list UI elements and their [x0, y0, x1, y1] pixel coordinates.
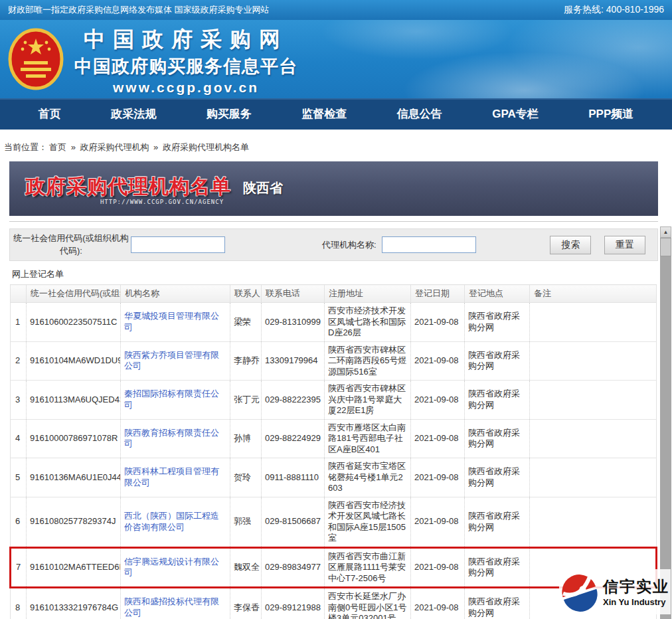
breadcrumb-current: 政府采购代理机构名单 — [163, 142, 249, 152]
cell-credit-code: 91610000786971078R — [27, 419, 121, 458]
table-row: 5 91610136MA6U1E0J44 陕西科林工程项目管理有限公司 贺玲 0… — [11, 458, 657, 497]
list-section-title: 网上登记名单 — [9, 261, 658, 284]
cell-reg-date: 2021-09-08 — [411, 381, 465, 420]
breadcrumb-home[interactable]: 首页 — [49, 142, 66, 152]
national-emblem-icon — [8, 27, 64, 94]
cell-contact: 张丁元 — [230, 381, 262, 420]
col-reg-place: 登记地点 — [465, 285, 530, 303]
site-title-block: 中国政府采购网 中国政府购买服务信息平台 www.ccgp.gov.cn — [74, 25, 297, 96]
agency-name-link[interactable]: 陕西和盛招投标代理有限公司 — [124, 596, 219, 618]
cell-address: 陕西省西安市碑林区二环南路西段65号煜源国际516室 — [325, 341, 411, 381]
cell-reg-place: 陕西省政府采购分网 — [465, 419, 530, 458]
search-panel: 统一社会信用代码(或组织机构代码): 代理机构名称: 搜索 重置 — [9, 228, 658, 261]
agency-name-link[interactable]: 华夏城投项目管理有限公司 — [124, 311, 219, 332]
cell-address: 西安市经济技术开发区凤城七路长和国际D座26层 — [325, 303, 411, 342]
row-number: 1 — [11, 303, 27, 342]
agency-name-link[interactable]: 信宇腾远规划设计有限公司 — [124, 557, 219, 578]
cell-contact: 李保香 — [230, 588, 262, 619]
cell-address: 陕西省延安市宝塔区铭磬苑4号楼1单元2603 — [325, 458, 411, 497]
table-row: 6 91610802577829374J 西北（陕西）国际工程造价咨询有限公司 … — [11, 497, 657, 547]
cell-phone: 029-89121988 — [262, 588, 325, 619]
cell-phone: 029-88222395 — [262, 381, 325, 420]
cell-contact: 孙博 — [230, 419, 262, 458]
nav-item-ppp[interactable]: PPP频道 — [588, 106, 633, 122]
credit-code-input[interactable] — [131, 236, 225, 253]
cell-reg-date: 2021-09-08 — [411, 497, 465, 547]
content-area: 统一社会信用代码(或组织机构代码): 代理机构名称: 搜索 重置 网上登记名单 … — [9, 221, 658, 619]
cell-reg-place: 陕西省政府采购分网 — [465, 497, 530, 547]
agency-name-link[interactable]: 陕西科林工程项目管理有限公司 — [124, 466, 219, 487]
cell-reg-place: 陕西省政府采购分网 — [465, 341, 530, 381]
col-reg-date: 登记日期 — [411, 285, 465, 303]
agency-name-link[interactable]: 陕西紫方乔项目管理有限公司 — [124, 350, 219, 371]
banner-title: 政府采购代理机构名单 — [25, 173, 231, 201]
cell-address: 陕西省西安市曲江新区雁展路1111号莱安中心T7-2506号 — [325, 547, 411, 588]
scrollbar-thumb[interactable] — [660, 238, 671, 256]
table-header-row: 统一社会信用代码(或组织 机构名称 联系人 联系电话 注册地址 登记日期 登记地… — [11, 285, 657, 303]
vertical-scrollbar[interactable]: ▲ — [660, 226, 671, 619]
agency-name-input[interactable] — [382, 236, 476, 253]
agency-name-link[interactable]: 西北（陕西）国际工程造价咨询有限公司 — [124, 511, 219, 532]
col-address: 注册地址 — [325, 285, 411, 303]
cell-contact: 魏双全 — [230, 547, 262, 588]
col-contact: 联系人 — [230, 285, 262, 303]
cell-credit-code: 91610102MA6TTEED6B — [27, 547, 121, 588]
top-bar: 财政部唯一指定政府采购信息网络发布媒体 国家级政府采购专业网站 服务热线: 40… — [0, 0, 672, 20]
nav-item-gpa[interactable]: GPA专栏 — [492, 106, 539, 122]
cell-reg-date: 2021-09-08 — [411, 341, 465, 381]
nav-item-purchase-services[interactable]: 购买服务 — [207, 106, 252, 122]
row-number: 7 — [11, 547, 27, 588]
row-number: 8 — [11, 588, 27, 619]
cell-contact: 郭强 — [230, 497, 262, 547]
cell-agency-name: 陕西科林工程项目管理有限公司 — [121, 458, 230, 497]
main-nav: 首页 政采法规 购买服务 监督检查 信息公告 GPA专栏 PPP频道 — [0, 98, 672, 130]
xinyu-watermark: 信宇实业 Xin Yu Industry — [559, 569, 671, 614]
col-credit-code: 统一社会信用代码(或组织 — [27, 285, 121, 303]
cell-credit-code: 91610133321976784G — [27, 588, 121, 619]
row-number: 2 — [11, 341, 27, 381]
site-slogan: 财政部唯一指定政府采购信息网络发布媒体 国家级政府采购专业网站 — [8, 4, 270, 16]
breadcrumb-agencies[interactable]: 政府采购代理机构 — [80, 142, 149, 152]
cell-agency-name: 陕西和盛招投标代理有限公司 — [121, 588, 230, 619]
table-row: 4 91610000786971078R 陕西教育招标有限责任公司 孙博 029… — [11, 419, 657, 458]
cell-reg-place: 陕西省政府采购分网 — [465, 303, 530, 342]
credit-code-label: 统一社会信用代码(或组织机构代码): — [11, 232, 131, 256]
search-buttons: 搜索 重置 — [539, 236, 657, 254]
agency-name-link[interactable]: 秦招国际招标有限责任公司 — [124, 389, 219, 410]
cell-agency-name: 陕西教育招标有限责任公司 — [121, 419, 230, 458]
nav-item-supervision[interactable]: 监督检查 — [301, 106, 347, 122]
table-row: 3 91610113MA6UQJED43 秦招国际招标有限责任公司 张丁元 02… — [11, 381, 657, 420]
site-subtitle: 中国政府购买服务信息平台 — [74, 54, 297, 78]
col-agency-name: 机构名称 — [121, 285, 230, 303]
nav-item-announcements[interactable]: 信息公告 — [397, 106, 442, 122]
cell-reg-date: 2021-09-08 — [411, 458, 465, 497]
xinyu-name-en: Xin Yu Industry — [603, 597, 669, 607]
cell-reg-place: 陕西省政府采购分网 — [465, 547, 530, 588]
cell-agency-name: 西北（陕西）国际工程造价咨询有限公司 — [121, 497, 230, 547]
search-button[interactable]: 搜索 — [550, 236, 591, 254]
nav-item-home[interactable]: 首页 — [39, 106, 61, 122]
col-phone: 联系电话 — [262, 285, 325, 303]
cell-address: 陕西省西安市经济技术开发区凤城七路长和国际A座15层1505室 — [325, 497, 411, 547]
agency-name-label: 代理机构名称: — [322, 239, 377, 251]
row-number: 3 — [11, 381, 27, 420]
cell-contact: 贺玲 — [230, 458, 262, 497]
cell-phone: 0911-8881110 — [262, 458, 325, 497]
reset-button[interactable]: 重置 — [604, 236, 645, 254]
page-banner: 政府采购代理机构名单 陕西省 HTTP://WWW.CCGP.GOV.CN/AG… — [9, 161, 658, 216]
cell-reg-place: 陕西省政府采购分网 — [465, 458, 530, 497]
nav-item-regulations[interactable]: 政采法规 — [111, 106, 156, 122]
site-url: www.ccgp.gov.cn — [74, 80, 297, 96]
site-header: 中国政府采购网 中国政府购买服务信息平台 www.ccgp.gov.cn — [0, 20, 672, 98]
xinyu-text-block: 信宇实业 Xin Yu Industry — [603, 576, 669, 607]
scroll-up-icon[interactable]: ▲ — [660, 226, 671, 238]
col-row-number — [11, 285, 27, 303]
cell-agency-name: 秦招国际招标有限责任公司 — [121, 381, 230, 420]
row-number: 6 — [11, 497, 27, 547]
cell-credit-code: 91610802577829374J — [27, 497, 121, 547]
cell-remark — [530, 303, 657, 342]
cell-address: 西安市长延堡水厂办南侧0号旺园小区1号楼3单元032001号 — [325, 588, 411, 619]
cell-remark — [530, 381, 657, 420]
agency-name-link[interactable]: 陕西教育招标有限责任公司 — [124, 428, 219, 449]
cell-reg-date: 2021-09-08 — [411, 303, 465, 342]
